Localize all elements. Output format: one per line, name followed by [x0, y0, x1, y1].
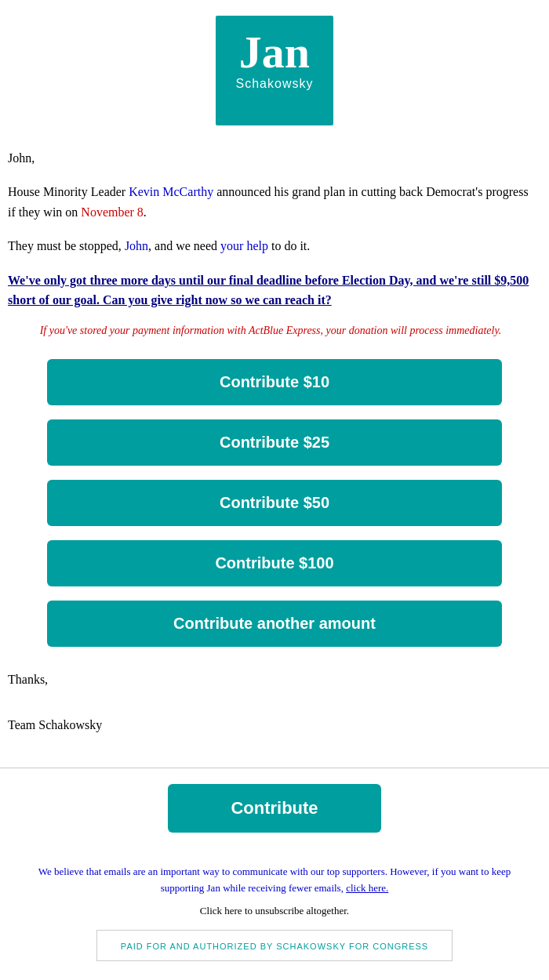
urgency-link[interactable]: We've only got three more days until our…: [8, 270, 533, 310]
email-container: Jan Schakowsky John, House Minority Lead…: [0, 0, 549, 980]
fewer-emails-link[interactable]: click here.: [346, 882, 388, 894]
contribute-10-button[interactable]: Contribute $10: [47, 359, 502, 405]
name-highlight: Kevin McCarthy: [129, 185, 213, 198]
logo-jan: Jan: [224, 30, 325, 75]
logo-box: Jan Schakowsky: [216, 16, 333, 125]
paid-disclaimer-box: PAID FOR AND AUTHORIZED BY SCHAKOWSKY FO…: [96, 930, 453, 961]
name-highlight-2: John: [125, 239, 148, 252]
thanks-text: Thanks,: [8, 669, 541, 691]
footer-email-note: We believe that emails are an important …: [16, 864, 533, 897]
email-header: Jan Schakowsky: [0, 0, 549, 133]
contribute-50-button[interactable]: Contribute $50: [47, 480, 502, 526]
signoff-section: Thanks, Team Schakowsky: [0, 661, 549, 744]
contribution-buttons: Contribute $10 Contribute $25 Contribute…: [0, 359, 549, 647]
logo-schakowsky: Schakowsky: [224, 77, 325, 91]
unsubscribe-link[interactable]: Click here to unsubscribe altogether.: [200, 905, 349, 916]
paragraph-1: House Minority Leader Kevin McCarthy ann…: [8, 182, 533, 222]
contribute-other-button[interactable]: Contribute another amount: [47, 601, 502, 647]
paragraph-2: They must be stopped, John, and we need …: [8, 236, 533, 256]
contribute-100-button[interactable]: Contribute $100: [47, 540, 502, 586]
contribute-25-button[interactable]: Contribute $25: [47, 419, 502, 466]
greeting: John,: [8, 149, 533, 168]
date-highlight: November 8: [81, 205, 144, 219]
actblue-note: If you've stored your payment informatio…: [8, 325, 533, 337]
email-body: John, House Minority Leader Kevin McCart…: [0, 133, 549, 359]
footer-contribute-button[interactable]: Contribute: [168, 784, 380, 833]
team-text: Team Schakowsky: [8, 714, 541, 737]
section-divider: [0, 768, 549, 768]
paid-disclaimer-text: PAID FOR AND AUTHORIZED BY SCHAKOWSKY FO…: [121, 942, 428, 951]
your-help-highlight: your help: [220, 239, 268, 252]
unsubscribe-text: Click here to unsubscribe altogether.: [16, 905, 533, 917]
footer-section: Contribute We believe that emails are an…: [0, 784, 549, 980]
